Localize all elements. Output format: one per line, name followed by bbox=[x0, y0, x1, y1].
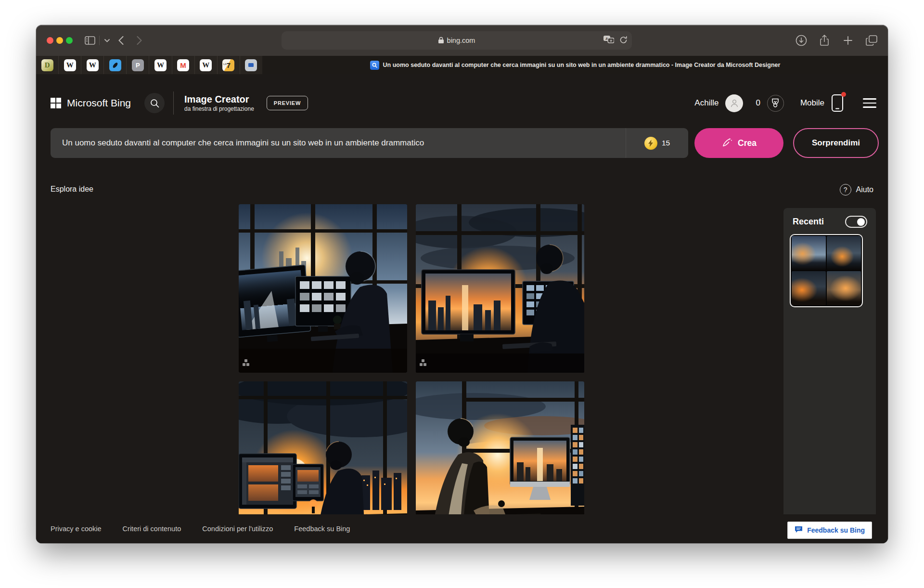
bookmark-favicon-d: D bbox=[41, 59, 53, 71]
favorites-bar: D W W P W M W bbox=[36, 56, 262, 74]
question-mark-icon: ? bbox=[840, 184, 851, 196]
recent-thumb-quadrant bbox=[827, 271, 861, 305]
lock-icon bbox=[438, 37, 444, 45]
sidebar-chevron-down-icon[interactable] bbox=[100, 34, 114, 47]
header-right: Achille 0 Mobile bbox=[694, 94, 876, 112]
back-button[interactable] bbox=[114, 34, 128, 47]
feedback-button-label: Feedback su Bing bbox=[807, 526, 865, 534]
surprise-button-label: Sorprendimi bbox=[812, 138, 860, 148]
header-divider bbox=[173, 91, 174, 115]
wikipedia-icon: W bbox=[154, 59, 167, 71]
boost-coin-icon bbox=[644, 137, 657, 150]
page-subtitle: da finestra di progettazione bbox=[184, 105, 254, 112]
prompt-bar: 15 bbox=[51, 128, 688, 158]
recent-thumb-quadrant bbox=[827, 236, 861, 270]
translate-icon[interactable]: A bbox=[603, 36, 614, 45]
notification-dot bbox=[841, 92, 846, 97]
browser-toolbar: bing.com A bbox=[36, 25, 888, 56]
generated-image-1[interactable] bbox=[239, 204, 407, 373]
bookmark-item[interactable] bbox=[240, 56, 262, 74]
bookmark-item[interactable]: D bbox=[36, 56, 59, 74]
generated-image-3[interactable] bbox=[239, 381, 407, 514]
bookmark-item[interactable]: W bbox=[149, 56, 172, 74]
recent-thumb-quadrant bbox=[792, 236, 826, 270]
gmail-icon: M bbox=[177, 59, 189, 71]
document-app-icon bbox=[245, 59, 257, 71]
magic-wand-icon bbox=[721, 136, 733, 150]
bookmark-item[interactable] bbox=[104, 56, 127, 74]
prompt-input[interactable] bbox=[51, 128, 626, 158]
page-title: Image Creator bbox=[184, 94, 254, 105]
help-label: Aiuto bbox=[856, 185, 873, 194]
preview-badge: PREVIEW bbox=[267, 96, 308, 110]
address-bar[interactable]: bing.com A bbox=[282, 31, 632, 50]
bookmark-item[interactable]: P bbox=[127, 56, 149, 74]
app-title-block: Image Creator da finestra di progettazio… bbox=[184, 94, 254, 112]
create-button[interactable]: Crea bbox=[694, 128, 783, 158]
feedback-button[interactable]: Feedback su Bing bbox=[787, 522, 872, 539]
toolbar-divider bbox=[99, 36, 100, 45]
bookmark-item[interactable]: W bbox=[59, 56, 81, 74]
tab-bar: D W W P W M W bbox=[36, 56, 888, 74]
wikipedia-icon: W bbox=[200, 59, 212, 71]
footer-link-content-policy[interactable]: Criteri di contenuto bbox=[123, 525, 181, 533]
footer-link-feedback[interactable]: Feedback su Bing bbox=[294, 525, 350, 533]
explore-ideas-link[interactable]: Esplora idee bbox=[51, 185, 93, 194]
bookmark-item[interactable]: M bbox=[172, 56, 195, 74]
browser-window: bing.com A bbox=[36, 25, 888, 543]
page-footer: Privacy e cookie Criteri di contenuto Co… bbox=[36, 514, 888, 543]
microsoft-bing-brand[interactable]: Microsoft Bing bbox=[51, 97, 131, 109]
recents-panel: Recenti bbox=[783, 208, 876, 514]
new-tab-icon[interactable] bbox=[841, 34, 855, 47]
footer-link-privacy[interactable]: Privacy e cookie bbox=[51, 525, 102, 533]
address-url: bing.com bbox=[447, 37, 475, 44]
generated-image-2[interactable] bbox=[416, 204, 584, 373]
help-link[interactable]: ? Aiuto bbox=[840, 184, 873, 196]
tab-title: Un uomo seduto davanti al computer che c… bbox=[383, 62, 781, 68]
create-button-label: Crea bbox=[738, 138, 757, 148]
results-grid bbox=[239, 204, 620, 514]
mobile-label[interactable]: Mobile bbox=[800, 98, 824, 108]
page-content: Microsoft Bing Image Creator da finestra… bbox=[36, 74, 888, 543]
bing-search-favicon bbox=[370, 61, 379, 70]
site-header: Microsoft Bing Image Creator da finestra… bbox=[51, 88, 876, 118]
bookmark-favicon-p: P bbox=[132, 59, 144, 71]
recents-title: Recenti bbox=[793, 217, 824, 227]
mobile-phone-icon[interactable] bbox=[831, 94, 844, 112]
hamburger-menu-icon[interactable] bbox=[863, 98, 876, 108]
forward-button[interactable] bbox=[132, 34, 146, 47]
recent-thumb-quadrant bbox=[792, 271, 826, 305]
microsoft-logo-icon bbox=[51, 98, 61, 108]
reload-icon[interactable] bbox=[620, 36, 627, 45]
bookmark-item[interactable]: LA 7 bbox=[218, 56, 240, 74]
feather-app-icon bbox=[109, 59, 121, 71]
active-tab[interactable]: Un uomo seduto davanti al computer che c… bbox=[262, 56, 888, 74]
surprise-me-button[interactable]: Sorprendimi bbox=[793, 128, 879, 158]
feedback-bubble-icon bbox=[795, 526, 803, 535]
close-window-button[interactable] bbox=[47, 37, 53, 44]
sidebar-toggle-icon[interactable] bbox=[83, 34, 97, 47]
downloads-icon[interactable] bbox=[795, 34, 808, 47]
recents-toggle[interactable] bbox=[845, 216, 867, 228]
brand-label: Microsoft Bing bbox=[67, 97, 131, 109]
footer-link-terms[interactable]: Condizioni per l'utilizzo bbox=[202, 525, 273, 533]
la7-icon: LA 7 bbox=[222, 59, 234, 71]
avatar[interactable] bbox=[725, 94, 743, 112]
tab-overview-icon[interactable] bbox=[865, 34, 878, 47]
boosts-count: 15 bbox=[662, 139, 670, 147]
zoom-window-button[interactable] bbox=[66, 37, 73, 44]
wikipedia-icon: W bbox=[64, 59, 76, 71]
recent-creation-thumbnail[interactable] bbox=[790, 234, 863, 307]
bookmark-item[interactable]: W bbox=[81, 56, 104, 74]
share-icon[interactable] bbox=[818, 34, 831, 47]
user-name[interactable]: Achille bbox=[694, 98, 719, 108]
boosts-indicator: 15 bbox=[626, 128, 688, 158]
rewards-medal-icon[interactable] bbox=[767, 95, 784, 112]
minimize-window-button[interactable] bbox=[56, 37, 63, 44]
bookmark-item[interactable]: W bbox=[195, 56, 218, 74]
rewards-count[interactable]: 0 bbox=[756, 98, 760, 108]
generated-image-4[interactable] bbox=[416, 381, 584, 514]
wikipedia-icon: W bbox=[87, 59, 99, 71]
search-icon[interactable] bbox=[144, 93, 165, 113]
toggle-knob bbox=[857, 218, 865, 226]
